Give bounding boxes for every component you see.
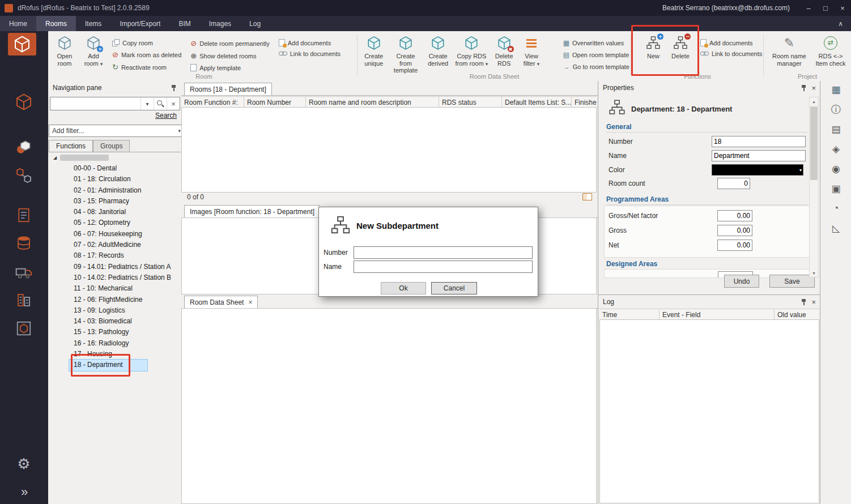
rooms-list-empty[interactable] — [181, 107, 597, 193]
scrollbar-thumb[interactable] — [810, 106, 818, 180]
add-room-button[interactable]: Add room ▾ — [79, 34, 108, 68]
create-derived-button[interactable]: Create derived — [424, 34, 452, 68]
tree-item[interactable]: 03 - 15: Pharmacy — [48, 196, 181, 207]
tree-item[interactable]: 15 - 13: Pathology — [48, 327, 181, 338]
sidebar-packages[interactable] — [12, 318, 35, 339]
add-documents-button[interactable]: Add documents — [279, 39, 341, 46]
sidebar-logistics[interactable] — [12, 261, 35, 283]
column-header[interactable]: Default Items List: S... — [502, 97, 572, 108]
minimize-button[interactable]: – — [800, 0, 817, 16]
search-link[interactable]: Search — [155, 112, 177, 119]
camera-icon[interactable]: ◉ — [829, 163, 844, 175]
color-picker[interactable]: ▾ — [712, 164, 803, 176]
tree-item[interactable]: 05 - 12: Optometry — [48, 217, 181, 228]
show-deleted-rooms-button[interactable]: ⊗Show deleted rooms — [190, 52, 269, 60]
tab-items[interactable]: Items — [76, 16, 110, 31]
name-field[interactable] — [712, 150, 806, 161]
rds-item-check-button[interactable]: ⇄ RDS <-> Item check — [812, 34, 849, 68]
room-data-sheet-empty[interactable] — [181, 308, 597, 504]
tree-item[interactable]: 08 - 17: Records — [48, 250, 181, 261]
column-header[interactable]: Old value — [775, 309, 819, 320]
tree-item[interactable]: 13 - 09: Logistics — [48, 305, 181, 316]
search-input[interactable] — [50, 99, 141, 109]
tree-item[interactable]: 10 - 14.02: Pediatrics / Station B — [48, 272, 181, 283]
attachment-icon[interactable]: ▣ — [829, 182, 844, 195]
close-panel-icon[interactable]: × — [811, 84, 816, 92]
tree-item[interactable]: 17 - Housing — [48, 349, 181, 360]
sidebar-settings[interactable]: ⚙ — [12, 453, 35, 475]
tree-expander-icon[interactable]: ◢ — [53, 155, 57, 160]
goto-room-template-button[interactable]: →Go to room template — [563, 63, 629, 71]
copy-room-button[interactable]: Copy room — [112, 39, 181, 46]
tree-item[interactable]: 16 - 16: Radiology — [48, 338, 181, 349]
tree-item-selected[interactable]: 18 - Department — [69, 360, 147, 370]
open-room-template-button[interactable]: ▤Open room template — [563, 51, 629, 59]
column-header[interactable]: Time — [599, 309, 659, 320]
ok-button[interactable]: Ok — [381, 282, 426, 294]
column-header[interactable]: Room Number — [244, 97, 306, 108]
search-icon[interactable] — [154, 97, 167, 110]
column-header[interactable]: Finishes: Statu... — [572, 97, 597, 108]
search-dropdown-icon[interactable]: ▾ — [141, 97, 154, 110]
tab-log[interactable]: Log — [240, 16, 270, 31]
column-header[interactable]: RDS status — [439, 97, 502, 108]
pin-icon[interactable] — [171, 84, 177, 92]
component-icon[interactable]: ◈ — [829, 143, 844, 155]
delete-rds-button[interactable]: Delete RDS — [491, 34, 517, 68]
pin-icon[interactable] — [801, 84, 807, 92]
clear-search-icon[interactable]: × — [167, 97, 180, 110]
functions-link-documents-button[interactable]: Link to documents — [700, 50, 762, 57]
tab-functions[interactable]: Functions — [49, 140, 93, 152]
schedule-icon[interactable]: ◔ — [829, 202, 844, 215]
close-button[interactable]: × — [834, 0, 851, 16]
tree-item[interactable]: 06 - 07: Housekeeping — [48, 229, 181, 240]
number-field[interactable] — [712, 136, 806, 147]
delete-subdepartment-button[interactable]: Delete — [667, 34, 693, 61]
tree-item[interactable]: 02 - 01: Administration — [48, 185, 181, 196]
column-header[interactable]: Room Function #: — [181, 97, 244, 108]
tab-bim[interactable]: BIM — [169, 16, 199, 31]
tree-item[interactable]: 12 - 06: FlightMedicine — [48, 294, 181, 305]
sidebar-products[interactable] — [12, 136, 35, 158]
mark-room-deleted-button[interactable]: ⊘Mark room as deleted — [112, 50, 181, 59]
tab-groups[interactable]: Groups — [93, 140, 130, 152]
delete-room-permanently-button[interactable]: ⊘Delete room permanently — [190, 39, 269, 48]
room-count-field[interactable] — [717, 178, 750, 189]
undo-button[interactable]: Undo — [724, 275, 759, 288]
close-tab-icon[interactable]: × — [248, 298, 252, 306]
sidebar-database[interactable] — [12, 233, 35, 254]
save-button[interactable]: Save — [769, 275, 815, 288]
scroll-up-icon[interactable]: ▲ — [810, 97, 818, 105]
sidebar-items[interactable] — [12, 91, 35, 113]
gross-net-factor-field[interactable] — [717, 210, 752, 221]
info-icon[interactable]: ⓘ — [829, 103, 844, 116]
tab-home[interactable]: Home — [0, 16, 36, 31]
create-from-template-button[interactable]: Create from template — [388, 34, 423, 75]
sidebar-rooms-active[interactable] — [8, 33, 36, 55]
report-icon[interactable]: ▤ — [829, 123, 844, 135]
add-filter-dropdown[interactable]: Add filter... ▾ — [49, 125, 184, 137]
create-unique-button[interactable]: Create unique — [360, 34, 387, 68]
pin-icon[interactable] — [801, 298, 807, 306]
maximize-button[interactable]: □ — [817, 0, 834, 16]
tree-item[interactable]: 14 - 03: Biomedical — [48, 316, 181, 327]
open-room-button[interactable]: Open room — [51, 34, 78, 68]
tab-import-export[interactable]: Import/Export — [110, 16, 169, 31]
tree-item[interactable]: 09 - 14.01: Pediatrics / Station A — [48, 262, 181, 272]
tree-root[interactable]: ◢ — [48, 152, 181, 163]
tree-item[interactable]: 11 - 10: Mechanical — [48, 283, 181, 294]
new-subdepartment-button[interactable]: New — [640, 34, 666, 61]
sidebar-expand[interactable]: » — [12, 481, 35, 503]
column-header[interactable]: Room name and room description — [306, 97, 439, 108]
table-view-icon[interactable]: ▦ — [829, 83, 844, 96]
copy-rds-from-room-button[interactable]: Copy RDS from room ▾ — [453, 34, 490, 68]
gross-field[interactable] — [717, 225, 752, 236]
tab-images[interactable]: Images — [200, 16, 240, 31]
tab-rooms[interactable]: Rooms — [36, 16, 76, 31]
view-filter-button[interactable]: View filter ▾ — [518, 34, 544, 68]
tree-item[interactable]: 07 - 02: AdultMedicine — [48, 240, 181, 250]
tree-item[interactable]: 01 - 18: Circulation — [48, 174, 181, 185]
tree-item[interactable]: 00-00 - Dental — [48, 163, 181, 174]
dialog-name-input[interactable] — [354, 260, 533, 273]
overwritten-values-button[interactable]: ▦Overwritten values — [563, 39, 629, 47]
